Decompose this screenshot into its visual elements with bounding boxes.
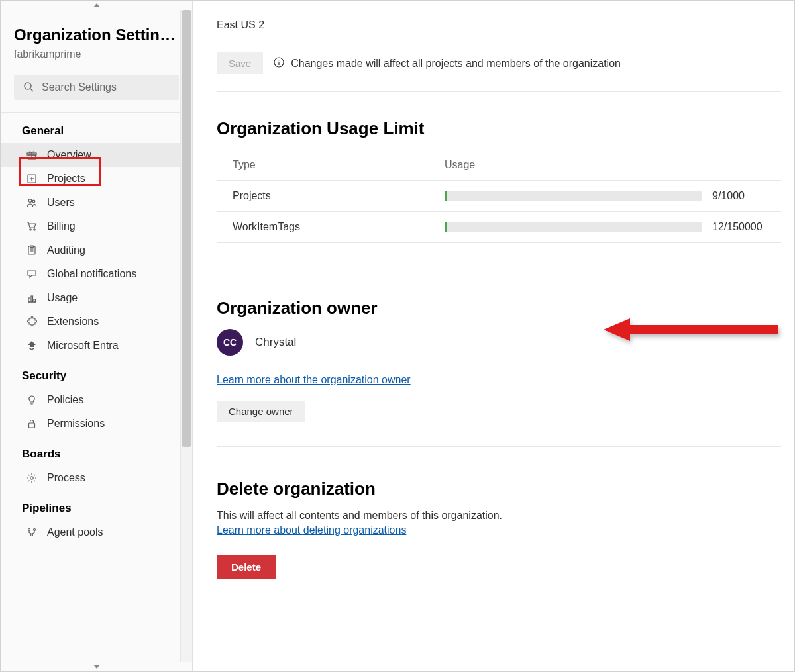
nav-group-title: Boards — [1, 436, 192, 466]
plus-box-icon — [26, 173, 38, 185]
scrollbar-track[interactable] — [180, 10, 192, 662]
search-icon — [23, 81, 34, 94]
sidebar-item-process[interactable]: Process — [1, 466, 192, 490]
usage-heading: Organization Usage Limit — [217, 119, 781, 139]
puzzle-icon — [26, 316, 38, 328]
gear-icon — [26, 472, 38, 484]
svg-rect-17 — [28, 298, 30, 302]
speech-icon — [26, 268, 38, 280]
usage-row-bar-wrap: 12/150000 — [445, 221, 765, 233]
pools-icon — [26, 526, 38, 538]
divider — [217, 91, 781, 92]
usage-row-bar-wrap: 9/1000 — [445, 190, 765, 202]
delete-heading: Delete organization — [217, 479, 781, 499]
svg-point-10 — [30, 229, 31, 230]
clipboard-icon — [26, 244, 38, 256]
sidebar-item-label: Permissions — [47, 418, 105, 430]
delete-description: This will affect all contents and member… — [217, 510, 781, 522]
sidebar-item-label: Microsoft Entra — [47, 340, 119, 352]
sidebar-item-policies[interactable]: Policies — [1, 388, 192, 412]
sidebar-item-agent-pools[interactable]: Agent pools — [1, 520, 192, 544]
sidebar-item-billing[interactable]: Billing — [1, 215, 192, 238]
delete-button[interactable]: Delete — [217, 555, 276, 579]
usage-table-header: Type Usage — [217, 150, 781, 181]
usage-row-type: Projects — [233, 190, 445, 202]
owner-row: CC Chrystal — [217, 329, 781, 356]
save-button[interactable]: Save — [217, 52, 263, 74]
divider — [217, 267, 781, 267]
usage-row-type: WorkItemTags — [233, 221, 445, 233]
gift-icon — [26, 149, 38, 161]
usage-bar-fill — [445, 222, 447, 232]
sidebar-item-auditing[interactable]: Auditing — [1, 238, 192, 262]
usage-bar — [445, 222, 702, 232]
org-name: fabrikamprime — [14, 48, 179, 60]
svg-point-25 — [31, 534, 33, 536]
save-info-text: Changes made will affect all projects an… — [291, 58, 621, 70]
sidebar-item-microsoft-entra[interactable]: Microsoft Entra — [1, 334, 192, 358]
sidebar-item-global-notifications[interactable]: Global notifications — [1, 262, 192, 286]
sidebar-item-label: Process — [47, 472, 85, 484]
scrollbar-thumb[interactable] — [182, 10, 191, 447]
sidebar-item-usage[interactable]: Usage — [1, 286, 192, 310]
svg-rect-18 — [31, 296, 33, 302]
usage-row: Projects9/1000 — [217, 181, 781, 212]
usage-bar-fill — [445, 191, 447, 201]
svg-point-23 — [30, 477, 33, 479]
usage-row-value: 12/150000 — [712, 221, 765, 233]
sidebar-item-label: Agent pools — [47, 526, 103, 538]
search-input[interactable]: Search Settings — [14, 75, 179, 100]
svg-point-8 — [28, 199, 32, 203]
usage-row: WorkItemTags12/150000 — [217, 212, 781, 243]
sidebar-item-label: Projects — [47, 173, 85, 185]
svg-point-26 — [34, 529, 36, 531]
sidebar-item-label: Billing — [47, 220, 76, 232]
nav-group-title: Security — [1, 358, 192, 388]
svg-point-11 — [34, 229, 35, 230]
lock-icon — [26, 418, 38, 430]
svg-rect-19 — [34, 299, 36, 302]
region-value: East US 2 — [217, 19, 781, 31]
svg-point-9 — [32, 200, 35, 203]
sidebar-item-label: Policies — [47, 394, 83, 406]
nav-group-title: Pipelines — [1, 490, 192, 520]
sidebar-item-label: Overview — [47, 149, 91, 161]
sidebar-item-label: Global notifications — [47, 268, 136, 280]
owner-name: Chrystal — [255, 336, 296, 349]
divider — [217, 446, 781, 447]
sidebar-item-permissions[interactable]: Permissions — [1, 412, 192, 436]
sidebar-item-projects[interactable]: Projects — [1, 167, 192, 191]
main-content: East US 2 Save Changes made will affect … — [193, 1, 794, 671]
info-icon — [274, 57, 284, 70]
svg-line-1 — [30, 89, 33, 91]
sidebar-item-label: Auditing — [47, 244, 85, 256]
usage-row-value: 9/1000 — [712, 190, 765, 202]
sidebar-item-overview[interactable]: Overview — [1, 143, 192, 167]
bulb-icon — [26, 394, 38, 406]
svg-point-24 — [28, 529, 30, 531]
page-title: Organization Settin… — [14, 26, 179, 44]
search-placeholder: Search Settings — [42, 81, 117, 93]
save-info: Changes made will affect all projects an… — [274, 57, 621, 70]
usage-col-usage: Usage — [445, 159, 765, 171]
sidebar-item-label: Usage — [47, 292, 78, 304]
owner-avatar: CC — [217, 329, 243, 356]
cart-icon — [26, 220, 38, 232]
delete-learn-more-link[interactable]: Learn more about deleting organizations — [217, 524, 406, 536]
sidebar: Organization Settin… fabrikamprime Searc… — [1, 1, 193, 671]
scroll-up-arrow[interactable] — [1, 1, 192, 10]
owner-heading: Organization owner — [217, 298, 781, 318]
sidebar-item-extensions[interactable]: Extensions — [1, 310, 192, 334]
change-owner-button[interactable]: Change owner — [217, 401, 305, 422]
usage-bar — [445, 191, 702, 201]
nav-group-title: General — [1, 113, 192, 143]
usage-col-type: Type — [233, 159, 445, 171]
svg-rect-22 — [29, 423, 35, 428]
sidebar-header: Organization Settin… fabrikamprime — [1, 10, 192, 67]
entra-icon — [26, 340, 38, 352]
people-icon — [26, 197, 38, 209]
chart-icon — [26, 292, 38, 304]
owner-learn-more-link[interactable]: Learn more about the organization owner — [217, 374, 411, 386]
sidebar-item-users[interactable]: Users — [1, 191, 192, 215]
scroll-down-arrow[interactable] — [1, 662, 192, 671]
